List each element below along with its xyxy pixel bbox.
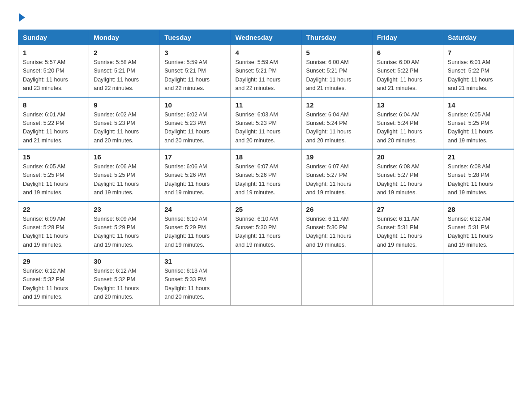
calendar-cell: 1 Sunrise: 5:57 AM Sunset: 5:20 PM Dayli… — [18, 45, 89, 97]
day-info: Sunrise: 6:10 AM Sunset: 5:29 PM Dayligh… — [164, 215, 226, 250]
day-number: 6 — [377, 49, 438, 56]
day-number: 16 — [94, 153, 155, 161]
calendar-cell — [231, 253, 301, 305]
day-info: Sunrise: 6:02 AM Sunset: 5:23 PM Dayligh… — [164, 111, 226, 146]
day-info: Sunrise: 5:57 AM Sunset: 5:20 PM Dayligh… — [23, 58, 84, 93]
day-info: Sunrise: 6:12 AM Sunset: 5:32 PM Dayligh… — [23, 267, 84, 302]
calendar-cell: 14 Sunrise: 6:05 AM Sunset: 5:25 PM Dayl… — [443, 97, 514, 150]
calendar-week-row: 1 Sunrise: 5:57 AM Sunset: 5:20 PM Dayli… — [18, 45, 514, 97]
day-number: 26 — [306, 206, 368, 213]
day-number: 30 — [94, 257, 155, 265]
col-header-saturday: Saturday — [443, 30, 514, 45]
calendar-cell: 15 Sunrise: 6:05 AM Sunset: 5:25 PM Dayl… — [18, 149, 89, 201]
day-number: 21 — [448, 153, 509, 161]
day-info: Sunrise: 6:08 AM Sunset: 5:28 PM Dayligh… — [448, 163, 509, 197]
col-header-tuesday: Tuesday — [160, 30, 231, 45]
calendar-cell: 6 Sunrise: 6:00 AM Sunset: 5:22 PM Dayli… — [372, 45, 443, 97]
day-info: Sunrise: 5:58 AM Sunset: 5:21 PM Dayligh… — [94, 58, 155, 93]
day-info: Sunrise: 6:08 AM Sunset: 5:27 PM Dayligh… — [377, 163, 438, 197]
calendar-cell: 4 Sunrise: 5:59 AM Sunset: 5:21 PM Dayli… — [231, 45, 301, 97]
day-number: 14 — [448, 101, 509, 109]
day-info: Sunrise: 6:07 AM Sunset: 5:26 PM Dayligh… — [235, 163, 296, 197]
day-number: 13 — [377, 101, 438, 109]
calendar-cell: 22 Sunrise: 6:09 AM Sunset: 5:28 PM Dayl… — [18, 201, 89, 254]
calendar-week-row: 29 Sunrise: 6:12 AM Sunset: 5:32 PM Dayl… — [18, 253, 514, 305]
day-number: 7 — [448, 49, 509, 56]
day-info: Sunrise: 5:59 AM Sunset: 5:21 PM Dayligh… — [235, 58, 296, 93]
calendar-cell: 2 Sunrise: 5:58 AM Sunset: 5:21 PM Dayli… — [89, 45, 160, 97]
day-info: Sunrise: 6:01 AM Sunset: 5:22 PM Dayligh… — [23, 111, 84, 146]
day-number: 9 — [94, 101, 155, 109]
day-info: Sunrise: 6:04 AM Sunset: 5:24 PM Dayligh… — [377, 111, 438, 146]
day-info: Sunrise: 6:00 AM Sunset: 5:22 PM Dayligh… — [377, 58, 438, 93]
day-info: Sunrise: 6:09 AM Sunset: 5:29 PM Dayligh… — [94, 215, 155, 250]
day-number: 29 — [23, 257, 84, 265]
calendar-cell — [443, 253, 514, 305]
calendar-cell: 30 Sunrise: 6:12 AM Sunset: 5:32 PM Dayl… — [89, 253, 160, 305]
col-header-thursday: Thursday — [301, 30, 372, 45]
day-number: 17 — [164, 153, 226, 161]
calendar-cell: 24 Sunrise: 6:10 AM Sunset: 5:29 PM Dayl… — [160, 201, 231, 254]
calendar-cell: 28 Sunrise: 6:12 AM Sunset: 5:31 PM Dayl… — [443, 201, 514, 254]
calendar-cell: 5 Sunrise: 6:00 AM Sunset: 5:21 PM Dayli… — [301, 45, 372, 97]
calendar-header-row: SundayMondayTuesdayWednesdayThursdayFrid… — [18, 30, 514, 45]
calendar-cell: 29 Sunrise: 6:12 AM Sunset: 5:32 PM Dayl… — [18, 253, 89, 305]
calendar-cell: 17 Sunrise: 6:06 AM Sunset: 5:26 PM Dayl… — [160, 149, 231, 201]
calendar-cell: 26 Sunrise: 6:11 AM Sunset: 5:30 PM Dayl… — [301, 201, 372, 254]
day-number: 28 — [448, 206, 509, 213]
day-info: Sunrise: 5:59 AM Sunset: 5:21 PM Dayligh… — [164, 58, 226, 93]
calendar-cell: 16 Sunrise: 6:06 AM Sunset: 5:25 PM Dayl… — [89, 149, 160, 201]
logo-triangle-icon — [19, 13, 25, 21]
day-info: Sunrise: 6:11 AM Sunset: 5:30 PM Dayligh… — [306, 215, 368, 250]
day-info: Sunrise: 6:12 AM Sunset: 5:31 PM Dayligh… — [448, 215, 509, 250]
day-info: Sunrise: 6:12 AM Sunset: 5:32 PM Dayligh… — [94, 267, 155, 302]
day-number: 8 — [23, 101, 84, 109]
calendar-week-row: 22 Sunrise: 6:09 AM Sunset: 5:28 PM Dayl… — [18, 201, 514, 254]
calendar-cell: 3 Sunrise: 5:59 AM Sunset: 5:21 PM Dayli… — [160, 45, 231, 97]
day-info: Sunrise: 6:09 AM Sunset: 5:28 PM Dayligh… — [23, 215, 84, 250]
calendar-cell: 13 Sunrise: 6:04 AM Sunset: 5:24 PM Dayl… — [372, 97, 443, 150]
calendar-cell: 21 Sunrise: 6:08 AM Sunset: 5:28 PM Dayl… — [443, 149, 514, 201]
calendar-week-row: 8 Sunrise: 6:01 AM Sunset: 5:22 PM Dayli… — [18, 97, 514, 150]
day-number: 2 — [94, 49, 155, 56]
day-number: 27 — [377, 206, 438, 213]
day-number: 31 — [164, 257, 226, 265]
day-number: 12 — [306, 101, 368, 109]
day-info: Sunrise: 6:02 AM Sunset: 5:23 PM Dayligh… — [94, 111, 155, 146]
day-number: 1 — [23, 49, 84, 56]
day-number: 18 — [235, 153, 296, 161]
logo — [18, 13, 25, 21]
day-number: 4 — [235, 49, 296, 56]
calendar-cell: 25 Sunrise: 6:10 AM Sunset: 5:30 PM Dayl… — [231, 201, 301, 254]
calendar-cell: 18 Sunrise: 6:07 AM Sunset: 5:26 PM Dayl… — [231, 149, 301, 201]
day-number: 23 — [94, 206, 155, 213]
day-info: Sunrise: 6:11 AM Sunset: 5:31 PM Dayligh… — [377, 215, 438, 250]
calendar-cell: 19 Sunrise: 6:07 AM Sunset: 5:27 PM Dayl… — [301, 149, 372, 201]
calendar-cell: 27 Sunrise: 6:11 AM Sunset: 5:31 PM Dayl… — [372, 201, 443, 254]
calendar-cell: 20 Sunrise: 6:08 AM Sunset: 5:27 PM Dayl… — [372, 149, 443, 201]
day-info: Sunrise: 6:03 AM Sunset: 5:23 PM Dayligh… — [235, 111, 296, 146]
calendar-cell: 11 Sunrise: 6:03 AM Sunset: 5:23 PM Dayl… — [231, 97, 301, 150]
calendar-cell — [372, 253, 443, 305]
day-number: 19 — [306, 153, 368, 161]
day-number: 10 — [164, 101, 226, 109]
day-info: Sunrise: 6:00 AM Sunset: 5:21 PM Dayligh… — [306, 58, 368, 93]
day-info: Sunrise: 6:07 AM Sunset: 5:27 PM Dayligh… — [306, 163, 368, 197]
page-header — [18, 13, 514, 21]
calendar-week-row: 15 Sunrise: 6:05 AM Sunset: 5:25 PM Dayl… — [18, 149, 514, 201]
col-header-sunday: Sunday — [18, 30, 89, 45]
col-header-wednesday: Wednesday — [231, 30, 301, 45]
day-info: Sunrise: 6:05 AM Sunset: 5:25 PM Dayligh… — [23, 163, 84, 197]
day-info: Sunrise: 6:06 AM Sunset: 5:25 PM Dayligh… — [94, 163, 155, 197]
day-info: Sunrise: 6:05 AM Sunset: 5:25 PM Dayligh… — [448, 111, 509, 146]
day-number: 15 — [23, 153, 84, 161]
calendar-cell: 12 Sunrise: 6:04 AM Sunset: 5:24 PM Dayl… — [301, 97, 372, 150]
day-info: Sunrise: 6:06 AM Sunset: 5:26 PM Dayligh… — [164, 163, 226, 197]
calendar-cell: 10 Sunrise: 6:02 AM Sunset: 5:23 PM Dayl… — [160, 97, 231, 150]
calendar-cell — [301, 253, 372, 305]
day-number: 25 — [235, 206, 296, 213]
day-number: 5 — [306, 49, 368, 56]
col-header-friday: Friday — [372, 30, 443, 45]
calendar-cell: 7 Sunrise: 6:01 AM Sunset: 5:22 PM Dayli… — [443, 45, 514, 97]
day-info: Sunrise: 6:01 AM Sunset: 5:22 PM Dayligh… — [448, 58, 509, 93]
